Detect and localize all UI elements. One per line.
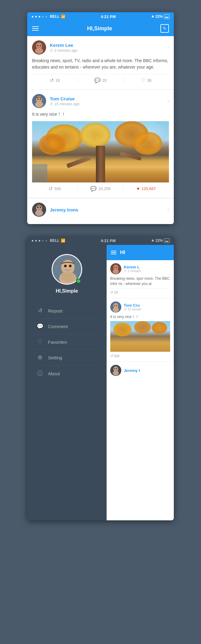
svg-point-9 (35, 101, 43, 107)
mini-post3-username: Jeremy I (124, 368, 140, 373)
menu-about-label: About (48, 371, 60, 376)
menu-item-favoriten[interactable]: ♡ Favoriten (33, 334, 100, 350)
status-bar-dark: ● ● ● ● ● BELL 📶 4:21 PM ∗ 22% ▬ (27, 236, 174, 245)
heart-filled-icon: ♥ (137, 186, 140, 192)
rh-line3 (111, 254, 116, 254)
post1-user-info: Kerem Lee ⏱ 2 minutes ago (50, 43, 169, 53)
post2-time: ⏱ 15 minutes ago (50, 102, 169, 106)
drawer-username: HI,Simple (56, 288, 78, 294)
mini-repost-action[interactable]: ↺ 18 (110, 290, 118, 294)
svg-point-34 (116, 368, 117, 369)
battery-dark-label: 22% (155, 238, 163, 243)
signal-dot1: ● (31, 14, 34, 19)
svg-point-18 (69, 265, 71, 267)
post1-username[interactable]: Kerem Lee (50, 43, 169, 48)
kerem-face-svg (32, 40, 46, 54)
phone-feed: ● ● ● ● ● BELL 📶 4:21 PM ∗ 22% ▬ HI,Simp… (27, 12, 174, 224)
post1-comment-count: 20 (102, 78, 107, 83)
wifi-dark-icon: 📶 (61, 238, 65, 243)
post2-action-bar: ↺ 500 💬 10,256 ♥ 135,687 (32, 182, 169, 193)
feed-post-1: Kerem Lee ⏱ 2 minutes ago › Breaking new… (27, 36, 174, 90)
chevron-right-icon[interactable]: › (167, 45, 169, 50)
gear-menu-icon: ⚙ (36, 354, 44, 361)
mini-leaf2 (134, 321, 151, 333)
post3-header: Jeremy Irons › (32, 203, 169, 217)
heart-icon: ♡ (141, 77, 145, 83)
post1-repost-btn[interactable]: ↺ 18 (32, 77, 78, 83)
leaf-cluster-5 (133, 132, 162, 155)
chevron-right-icon3[interactable]: › (167, 207, 169, 212)
menu-item-repost[interactable]: ↺ Repost (33, 303, 100, 319)
right-hamburger[interactable] (111, 251, 116, 254)
mini-post1-text: Breaking news, spor more. The BBC infor … (110, 276, 170, 286)
mini-post2-time: ⏱ 15 minute (124, 308, 141, 311)
clock-icon: ⏱ (50, 49, 53, 52)
post1-comment-btn[interactable]: 💬 20 (78, 77, 124, 83)
menu-item-setting[interactable]: ⚙ Setting (33, 350, 100, 365)
menu-item-comment[interactable]: 💬 Comment (33, 319, 100, 334)
mini-avatar-tom (110, 301, 121, 313)
comment-icon: 💬 (94, 77, 100, 83)
status-bar-dark-time: 4:21 PM (101, 238, 116, 243)
tree-branch-right (120, 152, 142, 161)
online-status-dot (76, 279, 81, 283)
hamburger-line3 (32, 30, 39, 31)
jeremy-face-svg (32, 203, 46, 217)
status-bar-dark-left: ● ● ● ● ● BELL 📶 (31, 238, 65, 243)
tom-face-svg (32, 94, 46, 108)
avatar-kerem-lee[interactable] (32, 40, 46, 54)
post1-like-btn[interactable]: ♡ 36 (123, 77, 169, 83)
signal-d5: ● (45, 238, 47, 243)
hamburger-button[interactable] (32, 26, 39, 31)
mini-post1-time: ⏱ 2 minutes (124, 269, 141, 273)
phone-drawer: ● ● ● ● ● BELL 📶 4:21 PM ∗ 22% ▬ (27, 236, 174, 520)
avatar-jeremy-irons[interactable] (32, 203, 46, 217)
post3-username[interactable]: Jeremy Irons (50, 207, 169, 212)
heart-menu-icon: ♡ (36, 339, 44, 345)
bluetooth-dark-icon: ∗ (151, 238, 154, 243)
mini-avatar-kerem (110, 263, 121, 274)
signal-dot3: ● (38, 14, 41, 19)
mini-post-3-partial: Jeremy I (107, 362, 174, 379)
post2-text: It is very nice！！ (32, 111, 169, 118)
drawer-layout: HI,Simple ↺ Repost 💬 Comment ♡ Favoriten… (27, 245, 174, 520)
signal-dot4: ● (42, 14, 44, 19)
svg-point-3 (40, 45, 41, 46)
wifi-icon: 📶 (61, 14, 65, 19)
post2-comment-count: 10,256 (98, 186, 111, 191)
mini-post2-actions: ↺ 500 (110, 352, 170, 358)
signal-d3: ● (38, 238, 41, 243)
comment-icon2: 💬 (90, 186, 97, 192)
mini-leaf1 (113, 323, 132, 336)
post2-username[interactable]: Tom Cruise (50, 96, 169, 101)
post1-header: Kerem Lee ⏱ 2 minutes ago › (32, 40, 169, 54)
menu-item-about[interactable]: ⓘ About (33, 365, 100, 381)
svg-point-33 (115, 368, 115, 369)
post1-action-bar: ↺ 18 💬 20 ♡ 36 (32, 74, 169, 85)
info-menu-icon: ⓘ (36, 370, 44, 377)
mini-leaf3 (152, 322, 167, 334)
repost-icon2: ↺ (49, 186, 53, 192)
drawer-avatar-wrap[interactable] (52, 254, 82, 285)
hamburger-line1 (32, 26, 39, 27)
mini-post-1: Kerem L ⏱ 2 minutes Breaking news, spor … (107, 260, 174, 298)
building-hint (32, 164, 47, 182)
post2-like-btn[interactable]: ♥ 135,687 (123, 186, 169, 192)
battery-label: 22% (155, 14, 163, 19)
post2-user-info: Tom Cruise ⏱ 15 minutes ago (50, 96, 169, 106)
mini-post2-username: Tom Cru (124, 303, 141, 308)
post2-time-text: 15 minutes ago (54, 102, 79, 106)
post2-comment-btn[interactable]: 💬 10,256 (78, 186, 124, 192)
post2-repost-btn[interactable]: ↺ 500 (32, 186, 78, 192)
chevron-right-icon2[interactable]: › (167, 98, 169, 104)
carrier-dark-label: BELL (50, 238, 59, 243)
edit-button[interactable] (160, 24, 169, 33)
signal-d2: ● (35, 238, 37, 243)
mini-post2-image (110, 321, 170, 352)
mini-repost2-action[interactable]: ↺ 500 (110, 354, 119, 358)
post2-image (32, 121, 169, 182)
svg-point-8 (40, 99, 41, 100)
menu-repost-label: Repost (48, 308, 63, 313)
mini-post1-header: Kerem L ⏱ 2 minutes (110, 263, 170, 274)
avatar-tom-cruise[interactable] (32, 94, 46, 108)
